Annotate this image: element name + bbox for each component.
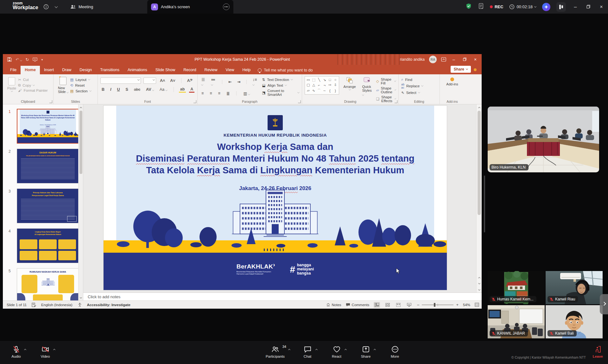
shape-gallery[interactable]: ▭⬚╲↘□○ ▢△⌐¬⇨⇩ ▱∿⌒～{} xyxy=(305,76,339,95)
tab-animations[interactable]: Animations xyxy=(124,66,151,74)
text-shadow-button[interactable]: S xyxy=(124,87,130,92)
drawing-dialog-launcher[interactable] xyxy=(395,100,397,103)
slide-sorter-view-button[interactable] xyxy=(384,302,391,308)
font-color-button[interactable]: A xyxy=(189,87,194,93)
copy-button[interactable]: ⧉Copy xyxy=(18,83,48,87)
video-tile-kanwil-bali[interactable]: Kanwil Bali xyxy=(546,305,603,338)
view-layout-button[interactable] xyxy=(556,2,566,12)
format-painter-button[interactable]: 🖌Format Painter xyxy=(18,89,48,92)
ppt-minimize-button[interactable]: – xyxy=(451,57,457,62)
redo-icon[interactable]: ↻ xyxy=(26,57,29,62)
align-right-icon[interactable]: ≡ xyxy=(217,91,222,96)
info-icon[interactable] xyxy=(43,0,49,14)
align-text-button[interactable]: ⬓Align Text xyxy=(262,83,300,88)
change-case-button[interactable]: Aa xyxy=(158,87,168,92)
thumbnail-scrollbar[interactable] xyxy=(78,104,83,300)
clipboard-dialog-launcher[interactable] xyxy=(49,100,52,103)
slide-canvas[interactable]: KEMENTERIAN HUKUM REPUBLIK INDONESIA Wor… xyxy=(104,106,447,290)
tab-transitions[interactable]: Transitions xyxy=(96,66,124,74)
text-direction-button[interactable]: ⇅Text Direction xyxy=(262,77,300,82)
gallery-next-page-button[interactable] xyxy=(600,294,608,314)
reading-view-button[interactable] xyxy=(395,302,402,308)
account-avatar[interactable]: RA xyxy=(429,56,437,63)
align-center-icon[interactable]: ≡ xyxy=(208,91,213,96)
clear-formatting-icon[interactable]: A𝄢 xyxy=(186,78,194,83)
video-tile-humas[interactable]: Humas Kanwil Kem... xyxy=(488,271,545,304)
next-slide-icon[interactable] xyxy=(477,281,482,286)
line-spacing-icon[interactable]: ↕≡ xyxy=(251,77,259,87)
customize-qat-icon[interactable]: ▾ xyxy=(41,58,43,61)
align-left-icon[interactable]: ≡ xyxy=(200,91,205,96)
thumb-scroll-thumb[interactable] xyxy=(79,111,82,174)
increase-indent-icon[interactable]: ⇥ xyxy=(236,79,242,84)
tab-record[interactable]: Record xyxy=(179,66,200,74)
ppt-restore-button[interactable] xyxy=(461,57,468,62)
tab-more-icon[interactable] xyxy=(223,3,230,10)
decrease-font-size-icon[interactable]: A˅ xyxy=(169,78,176,83)
justify-icon[interactable]: ≣ xyxy=(225,91,231,96)
start-slideshow-icon[interactable] xyxy=(33,58,37,62)
previous-slide-icon[interactable] xyxy=(477,275,482,280)
font-name-combobox[interactable] xyxy=(100,77,141,84)
slide-title[interactable]: Workshop Kerja Sama dan Diseminasi Perat… xyxy=(104,139,447,176)
columns-icon[interactable]: ▥ xyxy=(242,91,251,96)
thumbnail-slide-4[interactable]: 4 Lingkup Kerja Sama Dalam Negeri di Lin… xyxy=(17,228,79,263)
bullets-icon[interactable]: ☰ xyxy=(200,77,207,87)
undo-icon[interactable]: ↶ xyxy=(16,57,22,62)
shape-outline-button[interactable]: ▱Shape Outline xyxy=(376,86,396,94)
accessibility-status[interactable]: Accessibility: Investigate xyxy=(87,303,130,307)
zoom-out-icon[interactable]: − xyxy=(417,302,419,307)
addins-button[interactable]: Add-ins xyxy=(442,77,462,87)
video-main-speaker[interactable]: Biro Hukerma, KLN xyxy=(488,107,599,172)
window-restore-button[interactable] xyxy=(585,4,592,10)
layout-button[interactable]: ▤Layout xyxy=(70,77,91,82)
notes-toggle-button[interactable]: Notes xyxy=(326,303,341,307)
participants-chevron[interactable] xyxy=(288,349,290,351)
notes-pane[interactable]: Click to add notes xyxy=(83,293,482,300)
participants-button[interactable]: 34 Participants xyxy=(263,345,288,358)
italic-button[interactable]: I xyxy=(109,87,112,92)
tab-andikas-screen[interactable]: A Andika's screen xyxy=(147,0,233,14)
section-button[interactable]: ▤Section xyxy=(70,89,91,93)
strikethrough-button[interactable]: abc xyxy=(133,87,142,92)
fit-to-window-icon[interactable] xyxy=(475,303,479,307)
share-button[interactable]: Share xyxy=(451,66,471,73)
thumb-scroll-down-icon[interactable] xyxy=(79,295,83,300)
tab-help[interactable]: Help xyxy=(238,66,255,74)
scroll-thumb[interactable] xyxy=(478,111,481,215)
font-dialog-launcher[interactable] xyxy=(193,100,196,103)
ribbon-display-options-icon[interactable] xyxy=(441,57,446,62)
recording-indicator[interactable]: REC xyxy=(490,4,503,9)
numbering-icon[interactable]: ≔ xyxy=(210,77,217,87)
thumb-scroll-up-icon[interactable] xyxy=(79,104,83,109)
tab-meeting[interactable]: Meeting xyxy=(70,0,93,14)
comments-toggle-button[interactable]: Comments xyxy=(346,303,370,307)
thumbnail-slide-1[interactable]: 1 Workshop Kerja Sama dan Diseminasi Per… xyxy=(17,109,79,144)
shape-fill-button[interactable]: ◇Shape Fill xyxy=(376,77,396,85)
more-button[interactable]: More xyxy=(386,345,404,358)
account-name[interactable]: riandito andika xyxy=(400,57,425,62)
info-dropdown-chevron[interactable] xyxy=(55,0,57,14)
video-tile-kanwil-jabar[interactable]: KANWIL JABAR xyxy=(488,305,545,338)
quick-styles-button[interactable]: QuickStyles xyxy=(360,76,374,97)
scroll-down-icon[interactable] xyxy=(477,287,482,293)
zoom-percentage[interactable]: 54% xyxy=(463,303,470,307)
tab-view[interactable]: View xyxy=(222,66,238,74)
tab-home[interactable]: Home xyxy=(21,66,40,74)
video-button[interactable]: Video xyxy=(36,345,54,358)
window-close-button[interactable]: × xyxy=(598,4,605,10)
tab-slide-show[interactable]: Slide Show xyxy=(151,66,180,74)
tab-design[interactable]: Design xyxy=(75,66,96,74)
meeting-timer[interactable]: 00:02:18 xyxy=(509,4,536,9)
bold-button[interactable]: B xyxy=(100,87,106,92)
paste-button[interactable]: Paste xyxy=(5,76,18,92)
react-button[interactable]: React xyxy=(327,345,346,358)
reset-button[interactable]: ⟲Reset xyxy=(70,83,91,88)
audio-button[interactable]: Audio xyxy=(7,345,25,358)
ppt-close-button[interactable]: × xyxy=(472,57,478,62)
share-screen-button[interactable]: Share xyxy=(357,345,375,358)
spellcheck-icon[interactable] xyxy=(32,303,36,307)
language-status[interactable]: English (Indonesia) xyxy=(41,303,72,307)
window-minimize-button[interactable]: – xyxy=(572,4,579,10)
new-slide-button[interactable]: ✦ NewSlide xyxy=(56,76,70,94)
